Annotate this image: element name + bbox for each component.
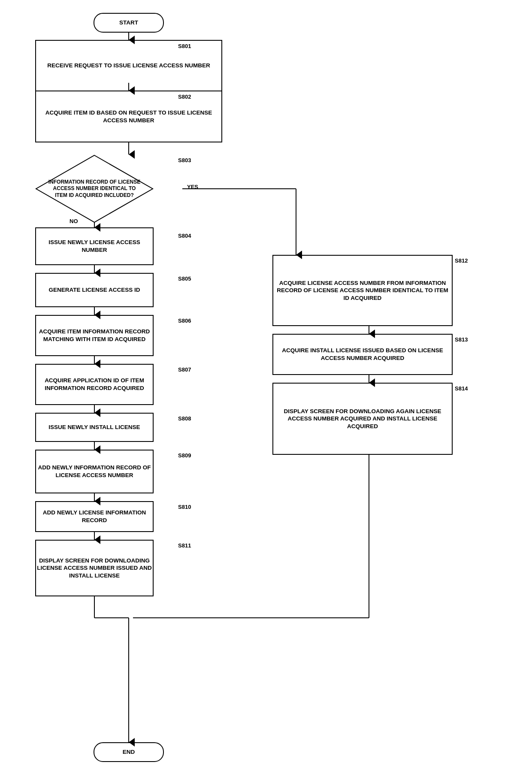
end-label: END bbox=[123, 748, 135, 756]
s805-box: GENERATE LICENSE ACCESS ID bbox=[35, 273, 154, 307]
s809-step-label: S809 bbox=[178, 452, 191, 459]
s813-box: ACQUIRE INSTALL LICENSE ISSUED BASED ON … bbox=[272, 334, 453, 375]
s803-diamond: INFORMATION RECORD OF LICENSE ACCESS NUM… bbox=[35, 154, 154, 223]
s812-box: ACQUIRE LICENSE ACCESS NUMBER FROM INFOR… bbox=[272, 255, 453, 326]
s812-step-label: S812 bbox=[455, 257, 468, 264]
start-label: START bbox=[119, 19, 138, 27]
no-label: NO bbox=[70, 218, 78, 224]
s806-box: ACQUIRE ITEM INFORMATION RECORD MATCHING… bbox=[35, 315, 154, 356]
s811-step-label: S811 bbox=[178, 542, 191, 549]
s814-box: DISPLAY SCREEN FOR DOWNLOADING AGAIN LIC… bbox=[272, 383, 453, 455]
s806-step-label: S806 bbox=[178, 317, 191, 324]
s807-step-label: S807 bbox=[178, 366, 191, 373]
s808-box: ISSUE NEWLY INSTALL LICENSE bbox=[35, 413, 154, 442]
s810-box: ADD NEWLY LICENSE INFORMATION RECORD bbox=[35, 501, 154, 532]
s804-step-label: S804 bbox=[178, 233, 191, 239]
s810-step-label: S810 bbox=[178, 504, 191, 510]
s811-box: DISPLAY SCREEN FOR DOWNLOADING LICENSE A… bbox=[35, 540, 154, 596]
s814-step-label: S814 bbox=[455, 385, 468, 392]
s804-box: ISSUE NEWLY LICENSE ACCESS NUMBER bbox=[35, 227, 154, 265]
diagram-container: START S801 RECEIVE REQUEST TO ISSUE LICE… bbox=[0, 0, 532, 777]
s802-box: ACQUIRE ITEM ID BASED ON REQUEST TO ISSU… bbox=[35, 91, 222, 142]
s801-box: RECEIVE REQUEST TO ISSUE LICENSE ACCESS … bbox=[35, 40, 222, 91]
s807-box: ACQUIRE APPLICATION ID OF ITEM INFORMATI… bbox=[35, 364, 154, 405]
s813-step-label: S813 bbox=[455, 336, 468, 343]
s808-step-label: S808 bbox=[178, 415, 191, 422]
s803-step-label: S803 bbox=[178, 157, 191, 163]
s809-box: ADD NEWLY INFORMATION RECORD OF LICENSE … bbox=[35, 450, 154, 493]
end-shape: END bbox=[94, 742, 164, 762]
s805-step-label: S805 bbox=[178, 275, 191, 282]
start-shape: START bbox=[94, 13, 164, 33]
yes-label: YES bbox=[187, 184, 198, 190]
